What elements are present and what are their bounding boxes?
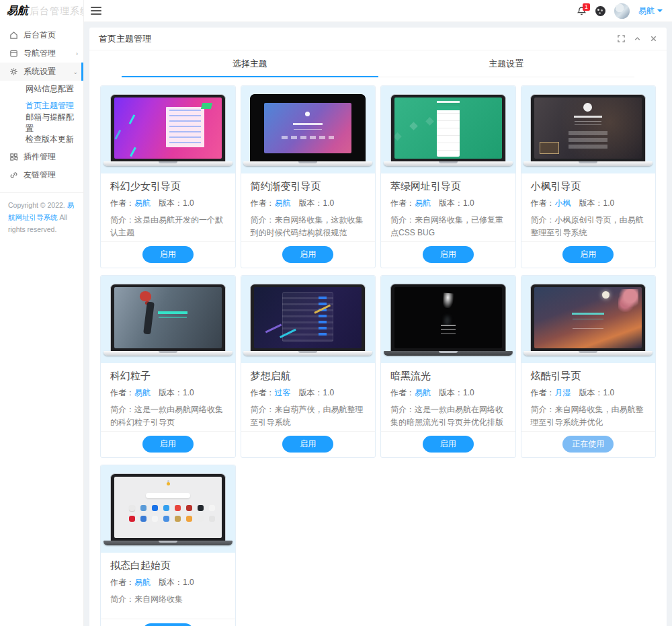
theme-preview-image xyxy=(241,276,376,363)
theme-card-footer: 启用 xyxy=(101,619,235,626)
sidebar-item-plugins[interactable]: 插件管理 xyxy=(0,148,83,166)
theme-card-footer: 启用 xyxy=(381,241,515,268)
author-label: 作者： xyxy=(251,388,275,397)
theme-card-footer: 正在使用 xyxy=(521,431,656,457)
tab-bar: 选择主题 主题设置 xyxy=(122,50,634,77)
theme-meta: 作者：小枫版本：1.0 xyxy=(531,198,646,209)
sidebar-subitem-mail-settings[interactable]: 邮箱与提醒配置 xyxy=(0,114,83,131)
menu-toggle-icon[interactable] xyxy=(91,5,101,17)
caret-down-icon xyxy=(657,9,663,12)
theme-preview-image xyxy=(521,86,656,173)
theme-name: 小枫引导页 xyxy=(531,180,646,193)
brand-name: 易航 xyxy=(7,4,28,18)
version-label: 版本： xyxy=(439,388,463,397)
theme-author-link[interactable]: 易航 xyxy=(275,198,291,208)
theme-author-link[interactable]: 易航 xyxy=(415,388,431,397)
theme-name: 科幻粒子 xyxy=(110,370,226,383)
theme-card-footer: 启用 xyxy=(241,431,376,457)
theme-name: 暗黑流光 xyxy=(390,370,506,383)
laptop-mockup xyxy=(390,284,506,356)
sidebar-subitem-check-update[interactable]: 检查版本更新 xyxy=(0,131,83,148)
collapse-icon[interactable] xyxy=(634,35,641,42)
theme-card: 暗黑流光 作者：易航版本：1.0 简介：这是一款由易航在网络收集的暗黑流光引导页… xyxy=(380,275,516,458)
theme-card: 梦想启航 作者：过客版本：1.0 简介：来自葫芦侠，由易航整理至引导系统 启用 xyxy=(241,275,376,458)
apply-theme-button[interactable]: 启用 xyxy=(423,436,474,453)
author-label: 作者： xyxy=(531,388,555,397)
theme-intro: 简介：小枫原创引导页，由易航整理至引导系统 xyxy=(531,214,646,239)
laptop-mockup xyxy=(110,284,226,356)
theme-card-footer: 启用 xyxy=(101,431,235,457)
author-label: 作者： xyxy=(390,198,415,208)
skin-theme-icon[interactable] xyxy=(595,6,605,16)
home-icon xyxy=(9,31,18,40)
sidebar-subitem-site-info[interactable]: 网站信息配置 xyxy=(0,81,83,97)
version-label: 版本： xyxy=(439,198,463,208)
user-menu[interactable]: 易航 xyxy=(638,5,663,17)
theme-preview-image xyxy=(241,86,376,173)
apply-theme-button[interactable]: 启用 xyxy=(142,436,194,453)
notification-button[interactable]: 1 xyxy=(577,6,587,16)
theme-author-link[interactable]: 易航 xyxy=(134,198,151,208)
tab-theme-settings[interactable]: 主题设置 xyxy=(378,50,635,77)
theme-card-body: 暗黑流光 作者：易航版本：1.0 简介：这是一款由易航在网络收集的暗黑流光引导页… xyxy=(381,363,515,431)
theme-intro: 简介：这是由易航开发的一个默认主题 xyxy=(110,214,226,239)
version-label: 版本： xyxy=(299,388,323,397)
theme-card-body: 梦想启航 作者：过客版本：1.0 简介：来自葫芦侠，由易航整理至引导系统 xyxy=(241,363,376,431)
laptop-mockup xyxy=(390,94,506,166)
version-label: 版本： xyxy=(159,198,183,208)
laptop-mockup xyxy=(110,473,226,545)
apply-theme-button[interactable]: 启用 xyxy=(282,436,333,453)
author-label: 作者： xyxy=(110,198,134,208)
theme-management-panel: 首页主题管理 选择主题 主题设置 科幻少女引导页 xyxy=(89,28,667,626)
author-label: 作者： xyxy=(390,388,415,397)
theme-meta: 作者：易航版本：1.0 xyxy=(390,387,506,399)
user-avatar[interactable] xyxy=(614,3,630,19)
app-window: 易航 后台管理系统 后台首页 导航管理 › 系统设置 ⌄ 网站信息配置 xyxy=(0,0,672,626)
theme-version: 1.0 xyxy=(323,198,335,208)
theme-card-body: 小枫引导页 作者：小枫版本：1.0 简介：小枫原创引导页，由易航整理至引导系统 xyxy=(521,173,656,241)
theme-card: 科幻少女引导页 作者：易航版本：1.0 简介：这是由易航开发的一个默认主题 启用 xyxy=(100,85,236,268)
apply-theme-button[interactable]: 启用 xyxy=(142,623,194,626)
theme-version: 1.0 xyxy=(323,388,335,397)
theme-author-link[interactable]: 月湿 xyxy=(555,388,571,397)
theme-author-link[interactable]: 小枫 xyxy=(555,198,571,208)
theme-in-use-button[interactable]: 正在使用 xyxy=(562,436,614,453)
sidebar-divider xyxy=(0,192,83,193)
app-logo[interactable]: 易航 后台管理系统 xyxy=(0,0,83,22)
apply-theme-button[interactable]: 启用 xyxy=(423,246,474,263)
theme-card-footer: 启用 xyxy=(241,241,376,268)
theme-preview-image xyxy=(521,276,656,363)
theme-card-body: 科幻粒子 作者：易航版本：1.0 简介：这是一款由易航网络收集的科幻粒子引导页 xyxy=(101,363,235,431)
theme-card: 简约渐变引导页 作者：易航版本：1.0 简介：来自网络收集，这款收集到的时候代码… xyxy=(241,85,376,268)
theme-author-link[interactable]: 过客 xyxy=(275,388,291,397)
sidebar-item-friend-links[interactable]: 友链管理 xyxy=(0,166,83,184)
close-icon[interactable] xyxy=(650,35,657,42)
sidebar-item-navigation[interactable]: 导航管理 › xyxy=(0,44,83,63)
theme-card: 炫酷引导页 作者：月湿版本：1.0 简介：来自网络收集，由易航整理至引导系统并优… xyxy=(521,275,657,458)
theme-author-link[interactable]: 易航 xyxy=(415,198,431,208)
sidebar-item-system-settings[interactable]: 系统设置 ⌄ xyxy=(0,63,83,81)
author-label: 作者： xyxy=(110,578,134,587)
theme-intro: 简介：这是一款由易航在网络收集的暗黑流光引导页并优化排版 xyxy=(390,403,506,428)
theme-author-link[interactable]: 易航 xyxy=(134,388,151,397)
theme-card-body: 科幻少女引导页 作者：易航版本：1.0 简介：这是由易航开发的一个默认主题 xyxy=(101,173,235,241)
sidebar-item-label: 插件管理 xyxy=(24,151,56,163)
apply-theme-button[interactable]: 启用 xyxy=(142,246,194,263)
apply-theme-button[interactable]: 启用 xyxy=(562,246,614,263)
tab-select-theme[interactable]: 选择主题 xyxy=(122,50,378,77)
fullscreen-icon[interactable] xyxy=(618,35,625,42)
sidebar-item-label: 导航管理 xyxy=(24,48,56,59)
author-label: 作者： xyxy=(531,198,555,208)
theme-preview-image xyxy=(101,465,235,553)
theme-author-link[interactable]: 易航 xyxy=(134,578,151,587)
theme-meta: 作者：易航版本：1.0 xyxy=(110,387,226,399)
theme-preview-image xyxy=(101,276,235,363)
sidebar-item-dashboard[interactable]: 后台首页 xyxy=(0,26,83,44)
theme-preview-image xyxy=(101,86,235,173)
apply-theme-button[interactable]: 启用 xyxy=(282,246,333,263)
theme-name: 科幻少女引导页 xyxy=(110,180,226,193)
sidebar-item-label: 友链管理 xyxy=(24,169,56,181)
intro-label: 简介： xyxy=(531,215,555,225)
topbar: 1 易航 xyxy=(84,0,672,22)
nav-window-icon xyxy=(9,49,18,58)
